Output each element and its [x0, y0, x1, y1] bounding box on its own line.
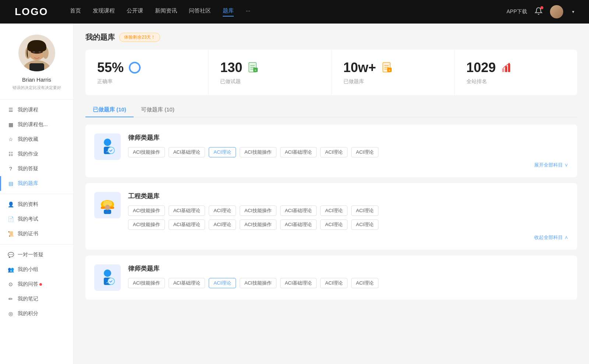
- sidebar-item-my-exam[interactable]: 📄 我的考试: [0, 212, 73, 226]
- bank-2-tag-r1-5[interactable]: ACI理论: [320, 206, 348, 216]
- sidebar-item-one-on-one[interactable]: 💬 一对一答疑: [0, 247, 73, 262]
- main-content: 我的题库 体验剩余23天！ 55% 正确率: [74, 24, 589, 364]
- bank-1-tag-5[interactable]: ACI理论: [320, 147, 348, 157]
- bank-3-tag-3[interactable]: ACI技能操作: [240, 278, 276, 288]
- sidebar-item-my-answers[interactable]: ⊙ 我的问答: [0, 277, 73, 292]
- bank-2-tag-r2-3[interactable]: ACI技能操作: [240, 220, 276, 230]
- bank-2-tag-r1-2[interactable]: ACI理论: [209, 206, 236, 216]
- sidebar-item-my-bank[interactable]: ▤ 我的题库: [0, 176, 73, 191]
- svg-text:≡: ≡: [255, 69, 257, 72]
- sidebar-label-my-package: 我的课程包...: [18, 121, 48, 128]
- bank-2-tags-row1: ACI技能操作 ACI基础理论 ACI理论 ACI技能操作 ACI基础理论 AC…: [128, 206, 568, 216]
- svg-rect-23: [502, 68, 504, 72]
- profile-motto: 错误的决定比没有决定要好: [13, 85, 61, 90]
- bank-3-tag-2[interactable]: ACI理论: [209, 278, 236, 288]
- notes-icon: ✏: [7, 296, 14, 302]
- svg-rect-24: [505, 66, 507, 72]
- sidebar-item-my-profile[interactable]: 👤 我的资料: [0, 197, 73, 212]
- bank-2-tag-r2-5[interactable]: ACI理论: [320, 220, 348, 230]
- avatar[interactable]: [550, 5, 563, 18]
- bank-3-tag-6[interactable]: ACI理论: [351, 278, 378, 288]
- sidebar-label-my-points: 我的积分: [18, 310, 38, 317]
- bank-2-tag-r2-4[interactable]: ACI基础理论: [280, 220, 317, 230]
- nav-more[interactable]: ···: [246, 7, 250, 17]
- tab-available[interactable]: 可做题库 (10): [134, 103, 182, 117]
- nav-news[interactable]: 新闻资讯: [155, 7, 177, 17]
- bank-1-name: 律师类题库: [128, 133, 568, 142]
- sidebar-item-my-question[interactable]: ? 我的答疑: [0, 161, 73, 176]
- bank-2-tag-r1-0[interactable]: ACI技能操作: [128, 206, 165, 216]
- sidebar-item-my-group[interactable]: 👥 我的小组: [0, 262, 73, 277]
- bank-3-tag-0[interactable]: ACI技能操作: [128, 278, 165, 288]
- sidebar-label-my-homework: 我的作业: [18, 151, 38, 157]
- accuracy-chart: [128, 61, 141, 74]
- star-icon: ☆: [7, 136, 14, 143]
- stat-accuracy-label: 正确率: [97, 78, 196, 85]
- stat-accuracy-top: 55%: [97, 60, 196, 75]
- svg-rect-34: [104, 210, 111, 214]
- stat-banks-value: 10w+: [343, 60, 376, 75]
- chat-icon: 💬: [7, 251, 14, 258]
- trial-badge: 体验剩余23天！: [119, 33, 160, 42]
- chevron-down-icon[interactable]: ▾: [572, 9, 574, 14]
- sidebar: Brian Harris 错误的决定比没有决定要好 ☰ 我的课程 ▦ 我的课程包…: [0, 24, 74, 364]
- svg-rect-8: [29, 63, 44, 71]
- bank-2-tag-r1-3[interactable]: ACI技能操作: [240, 206, 276, 216]
- nav-discover[interactable]: 发现课程: [93, 7, 115, 17]
- bank-1-tag-3[interactable]: ACI技能操作: [240, 147, 276, 157]
- sidebar-divider-3: [0, 244, 73, 245]
- bank-2-tag-r2-6[interactable]: ACI理论: [351, 220, 378, 230]
- engineer-icon: [98, 196, 117, 215]
- tab-done[interactable]: 已做题库 (10): [85, 103, 134, 117]
- bank-2-tag-r2-1[interactable]: ACI基础理论: [169, 220, 205, 230]
- sidebar-item-my-cert[interactable]: 📜 我的证书: [0, 226, 73, 241]
- sidebar-label-my-exam: 我的考试: [18, 216, 38, 222]
- bank-3-tag-5[interactable]: ACI理论: [320, 278, 348, 288]
- tabs: 已做题库 (10) 可做题库 (10): [85, 103, 577, 117]
- bank-2-header: 工程类题库 ACI技能操作 ACI基础理论 ACI理论 ACI技能操作 ACI基…: [94, 192, 568, 241]
- bank-2-tag-r2-2[interactable]: ACI理论: [209, 220, 236, 230]
- sidebar-item-my-notes[interactable]: ✏ 我的笔记: [0, 292, 73, 306]
- profile-name: Brian Harris: [22, 76, 51, 83]
- bank-2-tag-r2-0[interactable]: ACI技能操作: [128, 220, 165, 230]
- notification-bell[interactable]: [535, 7, 543, 17]
- exam-icon: 📄: [7, 216, 14, 222]
- bank-1-tag-0[interactable]: ACI技能操作: [128, 147, 165, 157]
- app-download-button[interactable]: APP下载: [507, 8, 527, 15]
- stats-row: 55% 正确率 130: [85, 50, 577, 95]
- sidebar-item-my-package[interactable]: ▦ 我的课程包...: [0, 117, 73, 132]
- profile-avatar: [18, 35, 55, 71]
- stat-rank-label: 全站排名: [466, 78, 565, 85]
- sidebar-label-my-question: 我的答疑: [18, 165, 38, 172]
- nav-opencourse[interactable]: 公开课: [127, 7, 143, 17]
- bank-1-tag-1[interactable]: ACI基础理论: [169, 147, 205, 157]
- bank-3-tag-4[interactable]: ACI基础理论: [280, 278, 317, 288]
- nav-home[interactable]: 首页: [70, 7, 81, 17]
- bank-2-tag-r1-1[interactable]: ACI基础理论: [169, 206, 205, 216]
- bank-2-collapse[interactable]: 收起全部科目 ∧: [128, 234, 568, 241]
- bank-1-tag-6[interactable]: ACI理论: [351, 147, 378, 157]
- stat-rank-value: 1029: [466, 60, 496, 75]
- sidebar-item-my-points[interactable]: ◎ 我的积分: [0, 306, 73, 321]
- navbar-right: APP下载 ▾: [507, 5, 574, 18]
- lawyer-icon: ✓: [98, 137, 117, 156]
- bank-1-expand[interactable]: 展开全部科目 ∨: [128, 162, 568, 168]
- sidebar-item-my-homework[interactable]: ☷ 我的作业: [0, 147, 73, 161]
- bank-1-tag-4[interactable]: ACI基础理论: [280, 147, 317, 157]
- bank-1-tags: ACI技能操作 ACI基础理论 ACI理论 ACI技能操作 ACI基础理论 AC…: [128, 147, 568, 157]
- svg-point-10: [130, 63, 140, 73]
- sidebar-item-my-collect[interactable]: ☆ 我的收藏: [0, 132, 73, 147]
- group-icon: 👥: [7, 266, 14, 273]
- nav-bank[interactable]: 题库: [223, 7, 234, 17]
- svg-point-35: [105, 205, 110, 210]
- bank-1-tag-2[interactable]: ACI理论: [209, 147, 236, 157]
- bank-2-tag-r1-4[interactable]: ACI基础理论: [280, 206, 317, 216]
- bank-icon: ▤: [7, 180, 14, 187]
- chart-red-icon: [500, 61, 514, 74]
- bank-3-tag-1[interactable]: ACI基础理论: [169, 278, 205, 288]
- nav-qa[interactable]: 问答社区: [189, 7, 211, 17]
- stat-done-value: 130: [220, 60, 242, 75]
- bank-2-tag-r1-6[interactable]: ACI理论: [351, 206, 378, 216]
- sidebar-divider-2: [0, 194, 73, 194]
- sidebar-item-my-course[interactable]: ☰ 我的课程: [0, 103, 73, 117]
